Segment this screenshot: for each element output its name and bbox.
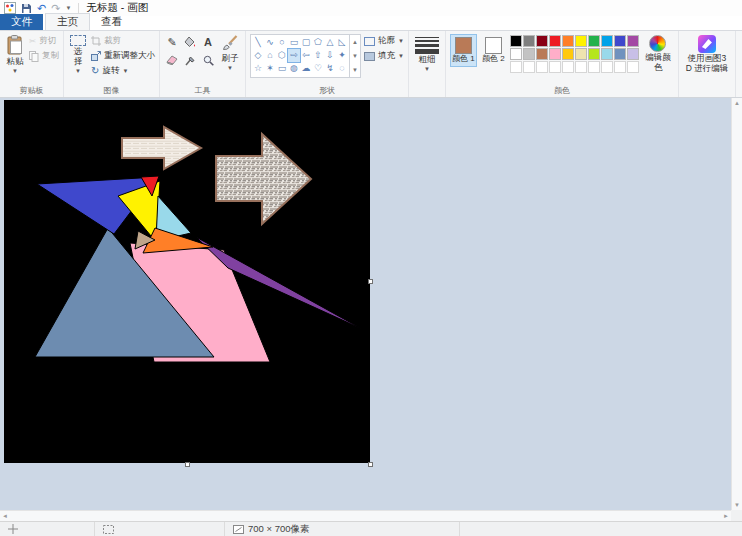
palette-swatch[interactable] xyxy=(523,35,535,47)
palette-swatch[interactable] xyxy=(627,35,639,47)
shape-down-arrow[interactable]: ⇩ xyxy=(324,49,336,62)
scroll-up-icon[interactable]: ▲ xyxy=(732,98,742,108)
gallery-scroll-up-icon[interactable]: ▲ xyxy=(350,35,360,49)
save-button[interactable] xyxy=(21,3,32,14)
paste-button[interactable]: 粘贴 ▼ xyxy=(4,34,26,76)
palette-swatch[interactable] xyxy=(627,61,639,73)
palette-swatch[interactable] xyxy=(575,61,587,73)
palette-swatch[interactable] xyxy=(536,48,548,60)
shape-right-arrow[interactable]: ⇨ xyxy=(288,49,300,62)
gallery-scroll-down-icon[interactable]: ▼ xyxy=(350,49,360,63)
shape-rounded-callout[interactable]: ▭ xyxy=(276,62,288,75)
shape-pentagon[interactable]: ⌂ xyxy=(264,49,276,62)
paint3d-button[interactable]: 使用画图3 D 进行编辑 xyxy=(683,34,731,75)
palette-swatch[interactable] xyxy=(510,48,522,60)
palette-swatch[interactable] xyxy=(614,35,626,47)
palette-swatch[interactable] xyxy=(562,61,574,73)
canvas-resize-handle-right[interactable] xyxy=(368,279,373,284)
palette-swatch[interactable] xyxy=(523,48,535,60)
redo-button[interactable]: ↷ xyxy=(51,3,60,14)
shape-diamond[interactable]: ◇ xyxy=(252,49,264,62)
copy-button[interactable]: 复制 xyxy=(29,50,59,62)
crop-button[interactable]: 裁剪 xyxy=(91,35,155,47)
palette-swatch[interactable] xyxy=(536,35,548,47)
palette-swatch[interactable] xyxy=(575,48,587,60)
shape-line[interactable]: ╲ xyxy=(252,36,264,49)
tab-view[interactable]: 查看 xyxy=(90,14,133,30)
palette-swatch[interactable] xyxy=(549,61,561,73)
palette-swatch[interactable] xyxy=(601,48,613,60)
shape-five-point-star[interactable]: ☆ xyxy=(252,62,264,75)
qat-customize-icon[interactable]: ▼ xyxy=(65,5,71,11)
magnifier-tool[interactable] xyxy=(200,52,216,68)
pencil-tool[interactable]: ✎ xyxy=(164,34,180,50)
palette-swatch[interactable] xyxy=(614,48,626,60)
shape-cloud-callout[interactable]: ☁ xyxy=(300,62,312,75)
color-picker-tool[interactable] xyxy=(182,52,198,68)
horizontal-scrollbar[interactable]: ◄ ► xyxy=(0,510,731,521)
size-button[interactable]: 粗细 ▼ xyxy=(413,34,441,74)
palette-swatch[interactable] xyxy=(536,61,548,73)
shape-curve[interactable]: ∿ xyxy=(264,36,276,49)
image-size-cell: 700 × 700像素 xyxy=(225,522,460,536)
scroll-left-icon[interactable]: ◄ xyxy=(0,511,10,521)
crop-label: 裁剪 xyxy=(104,35,121,47)
shape-outline-button[interactable]: 轮廓 ▼ xyxy=(364,35,404,47)
palette-swatch[interactable] xyxy=(614,61,626,73)
canvas-resize-handle-bottom[interactable] xyxy=(185,462,190,467)
shape-fill-button[interactable]: 填充 ▼ xyxy=(364,50,404,62)
shape-lightning[interactable]: ↯ xyxy=(324,62,336,75)
palette-swatch[interactable] xyxy=(575,35,587,47)
edit-colors-button[interactable]: 编辑颜色 xyxy=(642,34,674,74)
tab-file[interactable]: 文件 xyxy=(0,14,43,30)
shape-six-point-star[interactable]: ✶ xyxy=(264,62,276,75)
tab-home[interactable]: 主页 xyxy=(45,13,90,30)
text-tool[interactable]: A xyxy=(200,34,216,50)
shape-rectangle[interactable]: ▭ xyxy=(288,36,300,49)
paint-canvas[interactable] xyxy=(4,100,370,463)
shape-four-point-star[interactable]: ✦ xyxy=(336,49,348,62)
shape-rounded-rectangle[interactable]: ▢ xyxy=(300,36,312,49)
scroll-right-icon[interactable]: ► xyxy=(721,511,731,521)
palette-swatch[interactable] xyxy=(601,35,613,47)
palette-swatch[interactable] xyxy=(510,61,522,73)
group-colors: 颜色 1 颜色 2 编辑颜色 颜色 xyxy=(446,31,679,97)
palette-swatch[interactable] xyxy=(627,48,639,60)
palette-swatch[interactable] xyxy=(562,48,574,60)
brushes-button[interactable]: 刷子 ▼ xyxy=(219,34,241,73)
shape-left-arrow[interactable]: ⇦ xyxy=(300,49,312,62)
vertical-scrollbar[interactable]: ▲ ▼ xyxy=(731,98,742,510)
canvas-resize-handle-corner[interactable] xyxy=(368,462,373,467)
eraser-tool[interactable] xyxy=(164,52,180,68)
palette-swatch[interactable] xyxy=(588,35,600,47)
undo-button[interactable]: ↶ xyxy=(37,3,46,14)
shape-oval-callout[interactable]: ◍ xyxy=(288,62,300,75)
shape-hexagon[interactable]: ⬡ xyxy=(276,49,288,62)
palette-swatch[interactable] xyxy=(601,61,613,73)
fill-tool[interactable] xyxy=(182,34,198,50)
cut-button[interactable]: ✂ 剪切 xyxy=(29,35,59,47)
shape-oval[interactable]: ○ xyxy=(276,36,288,49)
palette-swatch[interactable] xyxy=(549,48,561,60)
shape-polygon[interactable]: ⬠ xyxy=(312,36,324,49)
shape-up-arrow[interactable]: ⇧ xyxy=(312,49,324,62)
scroll-down-icon[interactable]: ▼ xyxy=(732,500,742,510)
fill-caret-icon: ▼ xyxy=(398,53,404,59)
palette-swatch[interactable] xyxy=(549,35,561,47)
palette-swatch[interactable] xyxy=(510,35,522,47)
select-button[interactable]: 选择 ▼ xyxy=(68,34,88,75)
resize-button[interactable]: 重新调整大小 xyxy=(91,50,155,62)
palette-swatch[interactable] xyxy=(523,61,535,73)
cursor-position-icon xyxy=(8,524,18,534)
palette-swatch[interactable] xyxy=(588,48,600,60)
palette-swatch[interactable] xyxy=(588,61,600,73)
color1-button[interactable]: 颜色 1 xyxy=(450,34,477,67)
rotate-button[interactable]: ↻ 旋转 ▼ xyxy=(91,65,155,77)
shape-triangle[interactable]: △ xyxy=(324,36,336,49)
palette-swatch[interactable] xyxy=(562,35,574,47)
gallery-more-icon[interactable]: ▼ xyxy=(350,63,360,77)
shape-more-shapes[interactable]: ◌ xyxy=(336,62,348,75)
color2-button[interactable]: 颜色 2 xyxy=(480,34,507,67)
shape-right-triangle[interactable]: ◺ xyxy=(336,36,348,49)
shape-heart[interactable]: ♡ xyxy=(312,62,324,75)
